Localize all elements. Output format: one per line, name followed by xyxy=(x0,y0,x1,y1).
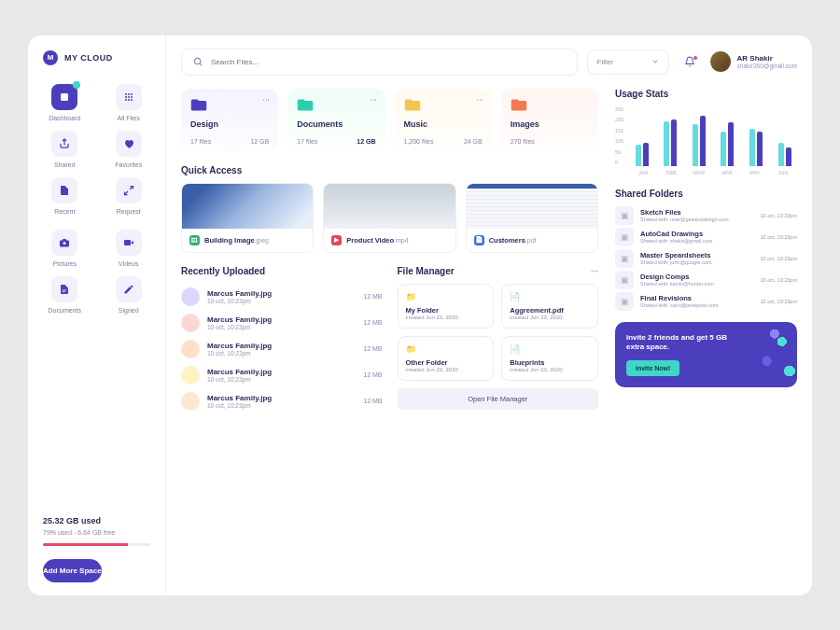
fm-item[interactable]: 📄Blueprintscreated Jun 23, 2020 xyxy=(501,336,598,381)
thumbnail xyxy=(324,184,455,229)
shared-sub: Shared with: saim@purepixel.com xyxy=(640,302,719,308)
shared-name: Final Revisions xyxy=(640,294,719,302)
shared-item[interactable]: ▣AutoCad DrawingsShared with: shakir@gma… xyxy=(615,228,797,246)
file-date: 10 oct, 10:23pm xyxy=(207,402,272,409)
nav-group-secondary: PicturesVideosDocumentsSigned xyxy=(39,230,154,314)
fm-icon: 📄 xyxy=(510,344,590,354)
storage-title: 25.32 GB used xyxy=(43,516,150,525)
fm-sub: created Jun 23, 2020 xyxy=(406,315,486,320)
invite-button[interactable]: Invite Now! xyxy=(626,360,679,376)
nav-label: Recent xyxy=(54,208,75,215)
recent-item[interactable]: Marcus Family.jpg10 oct, 10:23pm12 MB xyxy=(181,336,383,362)
fm-name: Other Folder xyxy=(406,358,486,367)
svg-point-7 xyxy=(125,99,127,101)
x-tick: JUN xyxy=(769,170,797,175)
search-input[interactable] xyxy=(211,58,566,66)
category-design[interactable]: ⋮Design17 files12 GB xyxy=(181,89,278,152)
category-music[interactable]: ⋮Music1,200 files24 GB xyxy=(395,89,492,152)
search-box[interactable] xyxy=(181,49,578,76)
recent-item[interactable]: Marcus Family.jpg10 oct, 10:23pm12 MB xyxy=(181,362,383,388)
home-icon xyxy=(51,84,77,110)
y-tick: 206 xyxy=(615,117,623,122)
file-size: 12 MB xyxy=(363,319,382,326)
y-tick: 0 xyxy=(615,160,623,165)
shared-item[interactable]: ▣Final RevisionsShared with: saim@purepi… xyxy=(615,292,797,311)
fm-item[interactable]: 📁Other Foldercreated Jun 23, 2020 xyxy=(398,336,495,381)
invite-text: Invite 2 friends and get 5 GB extra spac… xyxy=(626,333,738,354)
search-icon xyxy=(193,57,203,67)
category-documents[interactable]: ⋮Documents17 files12 GB xyxy=(287,89,385,152)
user-menu[interactable]: AR Shakir shakir260@gmail.com xyxy=(710,51,797,72)
main: Filter AR Shakir shakir260@gmail.com ⋮De… xyxy=(166,35,812,595)
svg-line-19 xyxy=(200,63,202,64)
user-email: shakir260@gmail.com xyxy=(737,63,797,69)
shared-item[interactable]: ▣Master SpeardsheetsShared with: john@go… xyxy=(615,249,797,268)
file-date: 10 oct, 10:23pm xyxy=(207,350,272,357)
shared-name: Master Speardsheets xyxy=(640,251,712,259)
folder-icon xyxy=(404,98,483,112)
recent-item[interactable]: Marcus Family.jpg10 oct, 10:23pm12 MB xyxy=(181,284,383,310)
shared-item[interactable]: ▣Design CompsShared with: kelvin@hunter.… xyxy=(615,271,797,289)
shared-item[interactable]: ▣Sketch FilesShared with: user@getnextde… xyxy=(615,206,797,225)
file-name: Marcus Family.jpg xyxy=(207,342,272,350)
category-files: 1,200 files xyxy=(404,138,434,145)
more-icon[interactable]: ⋯ xyxy=(591,267,598,275)
file-ext: .pdf xyxy=(525,237,537,244)
nav-label: Pictures xyxy=(53,260,77,267)
nav-dashboard[interactable]: Dashboard xyxy=(39,84,91,121)
nav-shared[interactable]: Shared xyxy=(39,131,91,168)
fm-item[interactable]: 📁My Foldercreated Jun 23, 2020 xyxy=(398,284,495,329)
nav-request[interactable]: Request xyxy=(104,177,155,215)
more-icon[interactable]: ⋮ xyxy=(476,96,484,105)
nav-signed[interactable]: Signed xyxy=(104,276,155,314)
y-tick: 256 xyxy=(615,106,623,112)
topbar: Filter AR Shakir shakir260@gmail.com xyxy=(181,49,797,76)
chart-x-axis: JANFEBMARAPRMAYJUN xyxy=(629,170,797,175)
filter-dropdown[interactable]: Filter xyxy=(587,49,669,75)
shared-sub: Shared with: kelvin@hunter.com xyxy=(640,281,714,287)
svg-marker-15 xyxy=(131,241,133,245)
nav-recent[interactable]: Recent xyxy=(39,177,91,215)
open-file-manager-button[interactable]: Open File Manager xyxy=(398,388,599,410)
bar xyxy=(721,132,726,165)
file-thumb xyxy=(181,287,200,306)
recent-item[interactable]: Marcus Family.jpg10 oct, 10:23pm12 MB xyxy=(181,310,383,336)
file-manager-heading: File Manager xyxy=(398,266,455,276)
fm-name: Aggreement.pdf xyxy=(510,306,590,315)
nav-documents[interactable]: Documents xyxy=(39,276,91,314)
x-tick: FEB xyxy=(657,170,685,175)
quick-item-0[interactable]: 🖼Building Image.jpeg xyxy=(181,183,314,253)
file-thumb xyxy=(181,392,200,411)
fm-name: Blueprints xyxy=(510,358,590,367)
nav-videos[interactable]: Videos xyxy=(104,230,155,267)
add-space-button[interactable]: Add More Space xyxy=(43,559,102,582)
storage-bar-fill xyxy=(43,543,128,546)
nav-label: Request xyxy=(117,208,141,215)
recent-item[interactable]: Marcus Family.jpg10 oct, 10:23pm12 MB xyxy=(181,388,383,414)
folder-icon xyxy=(511,98,589,112)
quick-item-2[interactable]: 📄Customers.pdf xyxy=(466,183,598,253)
folder-icon xyxy=(297,98,375,112)
thumbnail xyxy=(467,184,597,229)
fm-item[interactable]: 📄Aggreement.pdfcreated Jun 23, 2020 xyxy=(501,284,598,329)
more-icon[interactable]: ⋮ xyxy=(262,96,271,105)
shared-time: 10 oct, 10:23pm xyxy=(761,299,797,304)
category-images[interactable]: Images270 files xyxy=(501,89,598,152)
shared-time: 10 oct, 10:23pm xyxy=(761,213,797,218)
more-icon[interactable]: ⋮ xyxy=(370,96,378,105)
folder-icon: ▣ xyxy=(615,206,634,225)
quick-item-1[interactable]: ▶Product Video.mp4 xyxy=(323,183,455,253)
notifications-button[interactable] xyxy=(679,56,701,67)
chart-bars xyxy=(629,106,797,166)
file-name: Product Video xyxy=(346,236,394,245)
bar xyxy=(664,121,669,166)
file-type-icon: 🖼 xyxy=(189,235,200,245)
storage-subtitle: 79% used - 6.64 GB free xyxy=(43,529,150,536)
nav-favorites[interactable]: Favorites xyxy=(104,131,155,168)
recent-heading: Recently Uploaded xyxy=(181,266,383,276)
quick-access-grid: 🖼Building Image.jpeg▶Product Video.mp4📄C… xyxy=(181,183,598,253)
invite-decoration xyxy=(747,322,797,388)
nav-pictures[interactable]: Pictures xyxy=(39,230,91,267)
sidebar: M MY CLOUD DashboardAll FilesSharedFavor… xyxy=(28,35,166,595)
nav-all-files[interactable]: All Files xyxy=(104,84,155,121)
